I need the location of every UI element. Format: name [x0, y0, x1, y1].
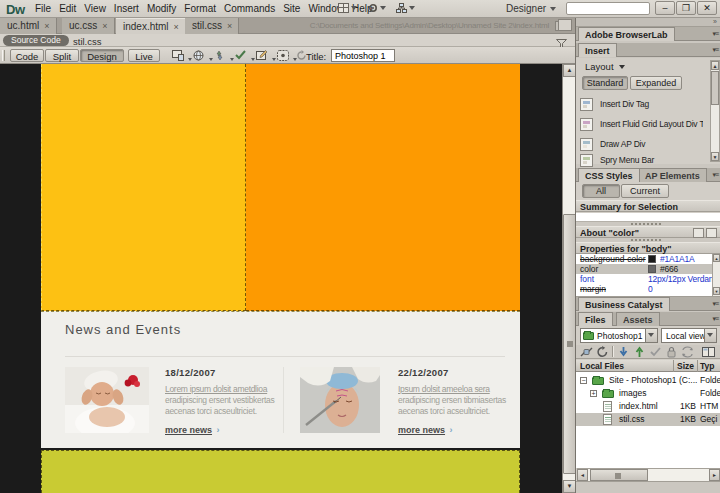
scrollbar-thumb[interactable]	[590, 469, 648, 481]
menu-insert[interactable]: Insert	[114, 3, 139, 14]
put-files-icon[interactable]	[633, 346, 646, 358]
document-window-icon[interactable]	[555, 21, 567, 31]
property-row-color[interactable]: color #666	[576, 264, 712, 274]
file-management-icon[interactable]	[214, 50, 229, 62]
show-information-icon[interactable]	[693, 228, 704, 238]
olive-div-block-selected[interactable]	[41, 450, 520, 493]
tab-index-html[interactable]: index.html×	[116, 18, 186, 34]
orange-div-block[interactable]	[246, 64, 520, 311]
preview-in-browser-icon[interactable]	[193, 50, 208, 62]
tab-assets[interactable]: Assets	[616, 312, 660, 326]
related-file-stil-css[interactable]: stil.css	[73, 36, 102, 47]
synchronize-icon[interactable]	[681, 346, 694, 358]
menu-modify[interactable]: Modify	[147, 3, 176, 14]
tab-css-styles[interactable]: CSS Styles	[578, 168, 640, 182]
panel-menu-icon[interactable]: ▾≡	[712, 300, 718, 308]
menu-view[interactable]: View	[84, 3, 106, 14]
search-input[interactable]	[566, 2, 650, 15]
title-input[interactable]	[331, 49, 395, 62]
tab-stil-css[interactable]: stil.css×	[185, 18, 239, 34]
insert-fluid-grid-item[interactable]: Insert Fluid Grid Layout Div Tag	[580, 114, 708, 134]
insert-div-tag-item[interactable]: Insert Div Tag	[580, 94, 708, 114]
workspace-switcher[interactable]: Designer	[506, 3, 556, 14]
scroll-up-icon[interactable]: ▲	[563, 64, 575, 77]
get-files-icon[interactable]	[617, 346, 630, 358]
column-type[interactable]: Typ	[700, 361, 714, 371]
split-view-button[interactable]: Split	[45, 49, 79, 62]
spa-massage-photo[interactable]	[65, 367, 149, 433]
news-link[interactable]: Ipsum dolsit ameeloa sera	[398, 384, 518, 395]
botox-injection-photo[interactable]	[300, 367, 380, 433]
menu-commands[interactable]: Commands	[224, 3, 275, 14]
tab-business-catalyst[interactable]: Business Catalyst	[578, 297, 670, 311]
minimize-button[interactable]: –	[655, 1, 675, 15]
close-tab-icon[interactable]: ×	[102, 21, 107, 31]
refresh-icon[interactable]	[596, 346, 609, 358]
yellow-div-block[interactable]	[41, 64, 246, 311]
menu-edit[interactable]: Edit	[59, 3, 76, 14]
expanded-mode-button[interactable]: Expanded	[630, 76, 682, 90]
file-row-index-html[interactable]: index.html 1KB HTM	[576, 400, 720, 413]
design-view-canvas[interactable]: News and Events 18/12/2007 Lorem ipsum d…	[0, 64, 575, 493]
tab-uc-css[interactable]: uc.css×	[62, 18, 115, 34]
multiscreen-preview-icon[interactable]	[172, 50, 187, 62]
tab-ap-elements[interactable]: AP Elements	[638, 168, 707, 182]
tab-files[interactable]: Files	[578, 312, 613, 326]
menu-file[interactable]: File	[35, 3, 51, 14]
file-row-site-root[interactable]: − Site - Photoshop1 (C:... Folde	[576, 374, 720, 387]
toolbar-grip[interactable]	[2, 50, 5, 61]
close-tab-icon[interactable]: ×	[174, 22, 179, 32]
color-swatch[interactable]	[648, 265, 656, 273]
w3c-validation-icon[interactable]	[235, 50, 250, 62]
color-swatch[interactable]	[648, 255, 656, 263]
dropdown-button[interactable]	[704, 329, 716, 342]
code-view-button[interactable]: Code	[10, 49, 44, 62]
browser-compatibility-icon[interactable]	[256, 50, 271, 62]
site-dropdown[interactable]: Photoshop1	[580, 328, 658, 343]
show-cascade-icon[interactable]	[706, 228, 717, 238]
property-row-font[interactable]: font 12px/12px Verdana, ...	[576, 274, 712, 284]
close-tab-icon[interactable]: ×	[227, 21, 232, 31]
tab-uc-html[interactable]: uc.html×	[0, 18, 57, 34]
more-news-link[interactable]: more news	[398, 425, 445, 435]
design-view-button[interactable]: Design	[80, 49, 124, 62]
close-button[interactable]: ✕	[697, 1, 717, 15]
summary-list[interactable]	[576, 213, 720, 222]
scroll-down-icon[interactable]: ▼	[563, 480, 575, 493]
panel-menu-icon[interactable]: ▾≡	[712, 46, 718, 54]
news-link[interactable]: Lorem ipsum dolsit ametdlioa	[165, 384, 285, 395]
tab-adobe-browserlab[interactable]: Adobe BrowserLab	[578, 27, 675, 41]
insert-category-dropdown[interactable]: Layout	[585, 61, 625, 72]
source-code-button[interactable]: Source Code	[3, 35, 69, 46]
column-size[interactable]: Size	[677, 361, 694, 371]
insert-panel-scrollbar[interactable]: ▲ ▼	[710, 60, 720, 162]
expand-panel-icon[interactable]	[702, 346, 715, 358]
property-row-margin[interactable]: margin 0	[576, 284, 712, 294]
menu-format[interactable]: Format	[184, 3, 216, 14]
expand-node-icon[interactable]: +	[590, 390, 597, 397]
file-row-stil-css-selected[interactable]: stil.css 1KB Geçi	[576, 413, 720, 426]
check-in-files-icon[interactable]	[665, 346, 678, 358]
view-dropdown[interactable]: Local view	[661, 328, 717, 343]
file-row-images[interactable]: + images Folde	[576, 387, 720, 400]
visual-aids-icon[interactable]	[277, 50, 292, 62]
dropdown-button[interactable]	[645, 329, 657, 342]
more-news-link[interactable]: more news	[165, 425, 212, 435]
layout-switcher-icon[interactable]	[338, 3, 357, 13]
collapse-node-icon[interactable]: −	[580, 377, 587, 384]
live-view-button[interactable]: Live	[128, 49, 160, 62]
menu-site[interactable]: Site	[283, 3, 300, 14]
site-management-icon[interactable]	[396, 3, 415, 13]
news-and-events-section[interactable]: News and Events 18/12/2007 Lorem ipsum d…	[41, 311, 520, 448]
connect-to-remote-icon[interactable]	[580, 346, 593, 358]
property-row-background-color[interactable]: background-color #1A1A1A	[576, 254, 712, 264]
scrollbar-thumb[interactable]	[563, 214, 575, 474]
collapse-panels-icon[interactable]: »	[576, 18, 720, 27]
css-all-button[interactable]: All	[582, 184, 620, 198]
canvas-vertical-scrollbar[interactable]: ▲ ▼	[562, 64, 575, 493]
panel-menu-icon[interactable]: ▾≡	[712, 171, 718, 179]
panel-menu-icon[interactable]: ▾≡	[712, 30, 718, 38]
files-horizontal-scrollbar[interactable]: ◄ ►	[577, 468, 720, 481]
extend-dreamweaver-icon[interactable]	[368, 3, 386, 13]
property-grid-scrollbar[interactable]: ▲ ▼	[712, 254, 720, 296]
